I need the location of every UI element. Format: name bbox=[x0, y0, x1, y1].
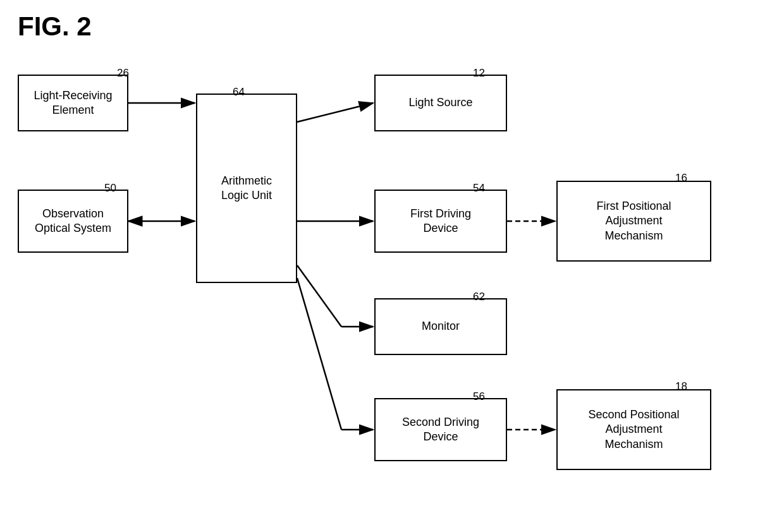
arithmetic-logic-unit-box: ArithmeticLogic Unit bbox=[196, 94, 297, 283]
ref-56: 56 bbox=[473, 390, 485, 403]
first-driving-device-box: First DrivingDevice bbox=[374, 190, 507, 253]
light-receiving-element-box: Light-ReceivingElement bbox=[18, 75, 128, 131]
monitor-box: Monitor bbox=[374, 298, 507, 355]
second-positional-adjustment-mechanism-box: Second PositionalAdjustmentMechanism bbox=[556, 389, 711, 470]
svg-line-4 bbox=[297, 103, 373, 122]
light-source-box: Light Source bbox=[374, 75, 507, 131]
ref-26: 26 bbox=[117, 67, 129, 80]
ref-64: 64 bbox=[233, 86, 245, 99]
observation-optical-system-box: ObservationOptical System bbox=[18, 190, 128, 253]
ref-12: 12 bbox=[473, 67, 485, 80]
second-driving-device-box: Second DrivingDevice bbox=[374, 398, 507, 461]
ref-18: 18 bbox=[675, 380, 687, 393]
ref-54: 54 bbox=[473, 182, 485, 195]
first-positional-adjustment-mechanism-box: First PositionalAdjustmentMechanism bbox=[556, 181, 711, 262]
svg-line-6 bbox=[297, 265, 341, 327]
ref-16: 16 bbox=[675, 172, 687, 184]
ref-62: 62 bbox=[473, 291, 485, 303]
ref-50: 50 bbox=[104, 182, 116, 195]
diagram: FIG. 2 Light-ReceivingElement 26 Observa… bbox=[0, 0, 784, 532]
figure-title: FIG. 2 bbox=[18, 11, 92, 42]
svg-line-8 bbox=[297, 278, 341, 430]
